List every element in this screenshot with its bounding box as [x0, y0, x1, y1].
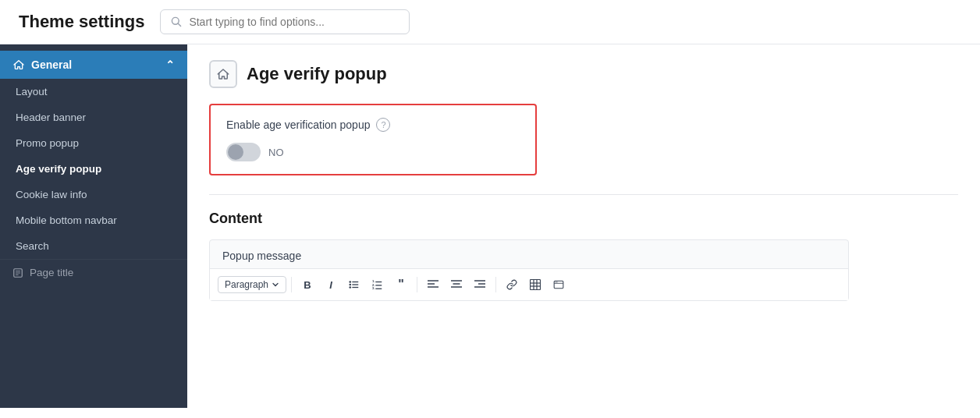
section-title: Age verify popup [247, 64, 387, 84]
blockquote-button[interactable]: " [390, 274, 412, 296]
paragraph-dropdown[interactable]: Paragraph [218, 276, 286, 293]
home-outline-icon [216, 67, 230, 81]
code-button[interactable] [548, 274, 570, 296]
page-icon [12, 267, 23, 278]
section-divider [209, 194, 958, 195]
svg-point-6 [349, 281, 351, 283]
align-right-button[interactable] [469, 274, 491, 296]
svg-rect-27 [531, 280, 541, 290]
content-section-title: Content [209, 211, 958, 227]
svg-point-34 [556, 282, 556, 282]
align-right-icon [474, 279, 485, 290]
svg-text:3.: 3. [372, 286, 375, 290]
editor-toolbar: Paragraph B I 1.2.3. " [210, 268, 848, 300]
italic-button[interactable]: I [320, 274, 342, 296]
sidebar-section-general[interactable]: General ⌃ [0, 51, 187, 79]
bold-button[interactable]: B [296, 274, 318, 296]
ordered-list-button[interactable]: 1.2.3. [367, 274, 389, 296]
editor-container: Popup message Paragraph B I 1.2.3. [209, 239, 849, 301]
sidebar-section-label: General [31, 58, 72, 71]
header: Theme settings [0, 0, 980, 44]
content-section: Content Popup message Paragraph B I [209, 211, 958, 301]
editor-label: Popup message [210, 240, 848, 268]
svg-point-8 [349, 284, 351, 286]
page-header: Age verify popup [209, 60, 958, 88]
search-bar[interactable] [160, 9, 410, 34]
sidebar-item-age-verify-popup[interactable]: Age verify popup [0, 156, 187, 182]
chevron-up-icon: ⌃ [165, 58, 175, 71]
sidebar-item-cookie-law[interactable]: Cookie law info [0, 182, 187, 207]
link-icon [506, 279, 517, 290]
enable-popup-label-row: Enable age verification popup ? [226, 118, 520, 132]
table-icon [530, 279, 541, 290]
toolbar-sep-3 [495, 277, 496, 292]
help-icon[interactable]: ? [376, 118, 390, 132]
align-center-button[interactable] [446, 274, 467, 296]
svg-line-1 [178, 23, 181, 27]
align-left-button[interactable] [422, 274, 444, 296]
svg-point-35 [556, 282, 557, 282]
align-left-icon [428, 279, 439, 290]
search-input[interactable] [189, 16, 399, 28]
svg-point-10 [349, 286, 351, 289]
toggle-state-label: NO [268, 147, 284, 158]
sidebar-item-search[interactable]: Search [0, 233, 187, 259]
unordered-list-button[interactable] [343, 274, 365, 296]
toggle-row: NO [226, 143, 520, 161]
content-area: Age verify popup Enable age verification… [187, 44, 980, 408]
ol-icon: 1.2.3. [372, 279, 383, 290]
page-title: Theme settings [19, 12, 144, 32]
sidebar-item-page-title[interactable]: Page title [0, 259, 187, 285]
sidebar: General ⌃ Layout Header banner Promo pop… [0, 44, 187, 408]
chevron-down-icon [272, 281, 279, 289]
sidebar-item-mobile-navbar[interactable]: Mobile bottom navbar [0, 207, 187, 233]
sidebar-item-layout[interactable]: Layout [0, 79, 187, 104]
sidebar-item-promo-popup[interactable]: Promo popup [0, 130, 187, 156]
sidebar-item-header-banner[interactable]: Header banner [0, 104, 187, 130]
enable-popup-toggle[interactable] [226, 143, 261, 161]
link-button[interactable] [501, 274, 523, 296]
code-icon [553, 279, 564, 290]
page-header-icon [209, 60, 237, 88]
toggle-knob [228, 144, 243, 160]
toolbar-sep-2 [417, 277, 417, 292]
dropdown-label: Paragraph [225, 279, 268, 290]
align-center-icon [451, 279, 462, 290]
ul-icon [349, 279, 360, 290]
main-layout: General ⌃ Layout Header banner Promo pop… [0, 44, 980, 408]
sidebar-bottom-item-label: Page title [30, 267, 73, 278]
table-button[interactable] [524, 274, 546, 296]
enable-popup-card: Enable age verification popup ? NO [209, 104, 537, 175]
home-icon [12, 58, 25, 71]
enable-popup-label: Enable age verification popup [226, 119, 370, 131]
search-icon [170, 16, 183, 28]
toolbar-sep-1 [291, 277, 292, 292]
